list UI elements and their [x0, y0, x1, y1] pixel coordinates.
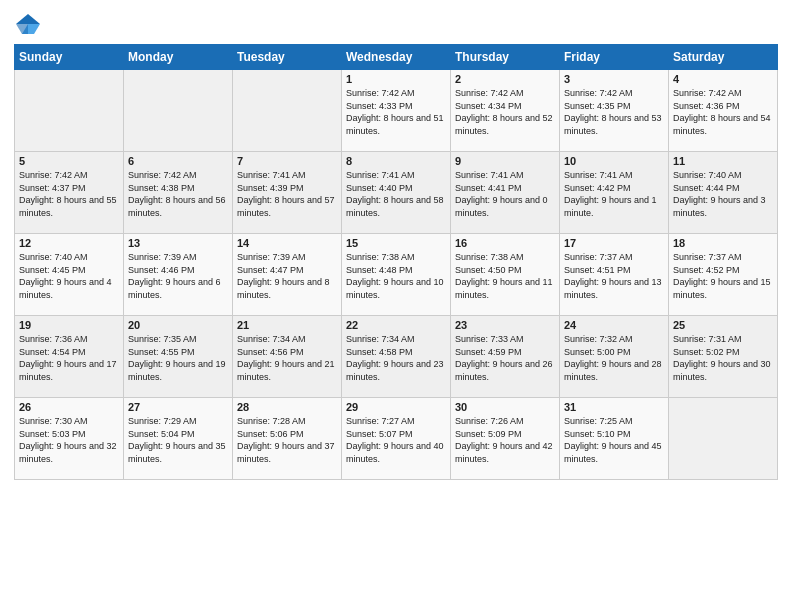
- calendar-cell: 30Sunrise: 7:26 AM Sunset: 5:09 PM Dayli…: [451, 398, 560, 480]
- day-info: Sunrise: 7:27 AM Sunset: 5:07 PM Dayligh…: [346, 415, 446, 465]
- day-number: 15: [346, 237, 446, 249]
- calendar-cell: [669, 398, 778, 480]
- weekday-header-tuesday: Tuesday: [233, 45, 342, 70]
- weekday-header-wednesday: Wednesday: [342, 45, 451, 70]
- calendar-cell: 20Sunrise: 7:35 AM Sunset: 4:55 PM Dayli…: [124, 316, 233, 398]
- calendar-cell: 11Sunrise: 7:40 AM Sunset: 4:44 PM Dayli…: [669, 152, 778, 234]
- calendar-cell: 22Sunrise: 7:34 AM Sunset: 4:58 PM Dayli…: [342, 316, 451, 398]
- day-number: 13: [128, 237, 228, 249]
- day-number: 27: [128, 401, 228, 413]
- day-number: 9: [455, 155, 555, 167]
- calendar-cell: 10Sunrise: 7:41 AM Sunset: 4:42 PM Dayli…: [560, 152, 669, 234]
- calendar-cell: 29Sunrise: 7:27 AM Sunset: 5:07 PM Dayli…: [342, 398, 451, 480]
- calendar-cell: 19Sunrise: 7:36 AM Sunset: 4:54 PM Dayli…: [15, 316, 124, 398]
- day-info: Sunrise: 7:42 AM Sunset: 4:37 PM Dayligh…: [19, 169, 119, 219]
- calendar-body: 1Sunrise: 7:42 AM Sunset: 4:33 PM Daylig…: [15, 70, 778, 480]
- day-info: Sunrise: 7:41 AM Sunset: 4:42 PM Dayligh…: [564, 169, 664, 219]
- calendar-cell: 25Sunrise: 7:31 AM Sunset: 5:02 PM Dayli…: [669, 316, 778, 398]
- calendar-cell: 15Sunrise: 7:38 AM Sunset: 4:48 PM Dayli…: [342, 234, 451, 316]
- calendar-cell: 8Sunrise: 7:41 AM Sunset: 4:40 PM Daylig…: [342, 152, 451, 234]
- day-info: Sunrise: 7:38 AM Sunset: 4:50 PM Dayligh…: [455, 251, 555, 301]
- day-info: Sunrise: 7:41 AM Sunset: 4:39 PM Dayligh…: [237, 169, 337, 219]
- weekday-header-sunday: Sunday: [15, 45, 124, 70]
- calendar-cell: [233, 70, 342, 152]
- day-number: 23: [455, 319, 555, 331]
- day-info: Sunrise: 7:34 AM Sunset: 4:56 PM Dayligh…: [237, 333, 337, 383]
- day-info: Sunrise: 7:34 AM Sunset: 4:58 PM Dayligh…: [346, 333, 446, 383]
- day-number: 25: [673, 319, 773, 331]
- day-number: 29: [346, 401, 446, 413]
- calendar-cell: 9Sunrise: 7:41 AM Sunset: 4:41 PM Daylig…: [451, 152, 560, 234]
- calendar-header: SundayMondayTuesdayWednesdayThursdayFrid…: [15, 45, 778, 70]
- day-info: Sunrise: 7:30 AM Sunset: 5:03 PM Dayligh…: [19, 415, 119, 465]
- calendar-cell: 1Sunrise: 7:42 AM Sunset: 4:33 PM Daylig…: [342, 70, 451, 152]
- day-info: Sunrise: 7:39 AM Sunset: 4:47 PM Dayligh…: [237, 251, 337, 301]
- day-number: 4: [673, 73, 773, 85]
- calendar-cell: 28Sunrise: 7:28 AM Sunset: 5:06 PM Dayli…: [233, 398, 342, 480]
- calendar-cell: 21Sunrise: 7:34 AM Sunset: 4:56 PM Dayli…: [233, 316, 342, 398]
- calendar-cell: 27Sunrise: 7:29 AM Sunset: 5:04 PM Dayli…: [124, 398, 233, 480]
- day-number: 2: [455, 73, 555, 85]
- day-info: Sunrise: 7:42 AM Sunset: 4:34 PM Dayligh…: [455, 87, 555, 137]
- day-number: 6: [128, 155, 228, 167]
- calendar-week-row: 5Sunrise: 7:42 AM Sunset: 4:37 PM Daylig…: [15, 152, 778, 234]
- calendar-cell: 24Sunrise: 7:32 AM Sunset: 5:00 PM Dayli…: [560, 316, 669, 398]
- day-info: Sunrise: 7:35 AM Sunset: 4:55 PM Dayligh…: [128, 333, 228, 383]
- calendar-cell: 17Sunrise: 7:37 AM Sunset: 4:51 PM Dayli…: [560, 234, 669, 316]
- calendar-table: SundayMondayTuesdayWednesdayThursdayFrid…: [14, 44, 778, 480]
- calendar-cell: 4Sunrise: 7:42 AM Sunset: 4:36 PM Daylig…: [669, 70, 778, 152]
- day-number: 5: [19, 155, 119, 167]
- day-number: 10: [564, 155, 664, 167]
- calendar-cell: 2Sunrise: 7:42 AM Sunset: 4:34 PM Daylig…: [451, 70, 560, 152]
- day-info: Sunrise: 7:33 AM Sunset: 4:59 PM Dayligh…: [455, 333, 555, 383]
- header: [14, 10, 778, 38]
- day-info: Sunrise: 7:42 AM Sunset: 4:33 PM Dayligh…: [346, 87, 446, 137]
- day-info: Sunrise: 7:39 AM Sunset: 4:46 PM Dayligh…: [128, 251, 228, 301]
- day-info: Sunrise: 7:38 AM Sunset: 4:48 PM Dayligh…: [346, 251, 446, 301]
- day-info: Sunrise: 7:41 AM Sunset: 4:41 PM Dayligh…: [455, 169, 555, 219]
- calendar-cell: 7Sunrise: 7:41 AM Sunset: 4:39 PM Daylig…: [233, 152, 342, 234]
- calendar-week-row: 19Sunrise: 7:36 AM Sunset: 4:54 PM Dayli…: [15, 316, 778, 398]
- day-info: Sunrise: 7:28 AM Sunset: 5:06 PM Dayligh…: [237, 415, 337, 465]
- day-number: 7: [237, 155, 337, 167]
- calendar-cell: 12Sunrise: 7:40 AM Sunset: 4:45 PM Dayli…: [15, 234, 124, 316]
- calendar-cell: [124, 70, 233, 152]
- day-number: 3: [564, 73, 664, 85]
- calendar-cell: 26Sunrise: 7:30 AM Sunset: 5:03 PM Dayli…: [15, 398, 124, 480]
- page: SundayMondayTuesdayWednesdayThursdayFrid…: [0, 0, 792, 612]
- day-info: Sunrise: 7:42 AM Sunset: 4:35 PM Dayligh…: [564, 87, 664, 137]
- day-info: Sunrise: 7:32 AM Sunset: 5:00 PM Dayligh…: [564, 333, 664, 383]
- day-number: 28: [237, 401, 337, 413]
- day-number: 11: [673, 155, 773, 167]
- calendar-cell: 23Sunrise: 7:33 AM Sunset: 4:59 PM Dayli…: [451, 316, 560, 398]
- day-info: Sunrise: 7:42 AM Sunset: 4:38 PM Dayligh…: [128, 169, 228, 219]
- day-number: 17: [564, 237, 664, 249]
- weekday-header-row: SundayMondayTuesdayWednesdayThursdayFrid…: [15, 45, 778, 70]
- day-number: 24: [564, 319, 664, 331]
- day-info: Sunrise: 7:31 AM Sunset: 5:02 PM Dayligh…: [673, 333, 773, 383]
- day-number: 12: [19, 237, 119, 249]
- day-number: 8: [346, 155, 446, 167]
- day-info: Sunrise: 7:29 AM Sunset: 5:04 PM Dayligh…: [128, 415, 228, 465]
- day-info: Sunrise: 7:37 AM Sunset: 4:51 PM Dayligh…: [564, 251, 664, 301]
- day-number: 18: [673, 237, 773, 249]
- calendar-cell: 16Sunrise: 7:38 AM Sunset: 4:50 PM Dayli…: [451, 234, 560, 316]
- calendar-cell: [15, 70, 124, 152]
- calendar-cell: 5Sunrise: 7:42 AM Sunset: 4:37 PM Daylig…: [15, 152, 124, 234]
- day-number: 30: [455, 401, 555, 413]
- day-info: Sunrise: 7:37 AM Sunset: 4:52 PM Dayligh…: [673, 251, 773, 301]
- day-info: Sunrise: 7:41 AM Sunset: 4:40 PM Dayligh…: [346, 169, 446, 219]
- calendar-cell: 14Sunrise: 7:39 AM Sunset: 4:47 PM Dayli…: [233, 234, 342, 316]
- calendar-week-row: 1Sunrise: 7:42 AM Sunset: 4:33 PM Daylig…: [15, 70, 778, 152]
- day-number: 19: [19, 319, 119, 331]
- calendar-cell: 31Sunrise: 7:25 AM Sunset: 5:10 PM Dayli…: [560, 398, 669, 480]
- logo: [14, 10, 46, 38]
- day-number: 26: [19, 401, 119, 413]
- calendar-cell: 6Sunrise: 7:42 AM Sunset: 4:38 PM Daylig…: [124, 152, 233, 234]
- day-number: 1: [346, 73, 446, 85]
- weekday-header-thursday: Thursday: [451, 45, 560, 70]
- day-info: Sunrise: 7:26 AM Sunset: 5:09 PM Dayligh…: [455, 415, 555, 465]
- weekday-header-friday: Friday: [560, 45, 669, 70]
- calendar-cell: 13Sunrise: 7:39 AM Sunset: 4:46 PM Dayli…: [124, 234, 233, 316]
- day-info: Sunrise: 7:40 AM Sunset: 4:45 PM Dayligh…: [19, 251, 119, 301]
